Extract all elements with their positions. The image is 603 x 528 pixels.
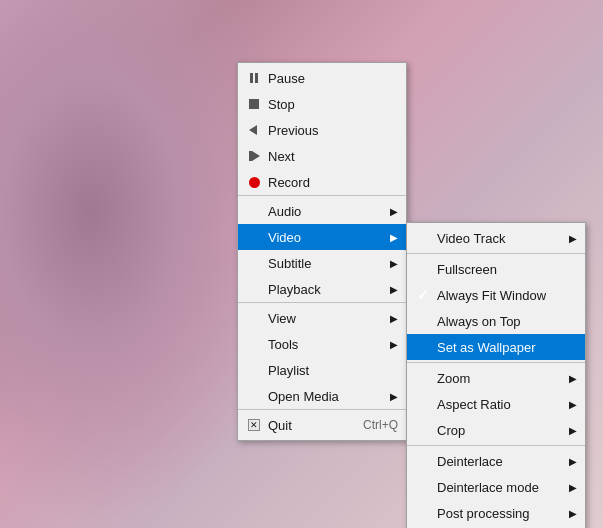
openmedia-arrow: ▶	[390, 391, 398, 402]
view-arrow: ▶	[390, 313, 398, 324]
aspectratio-icon	[413, 394, 433, 414]
aspectratio-arrow: ▶	[569, 399, 577, 410]
submenu-setwallpaper[interactable]: Set as Wallpaper	[407, 334, 585, 360]
video-arrow: ▶	[390, 232, 398, 243]
crop-icon	[413, 420, 433, 440]
record-icon	[244, 172, 264, 192]
pause-label: Pause	[268, 71, 398, 86]
crop-label: Crop	[437, 423, 561, 438]
subtitle-label: Subtitle	[268, 256, 382, 271]
video-icon	[244, 227, 264, 247]
setwallpaper-label: Set as Wallpaper	[437, 340, 577, 355]
submenu-crop[interactable]: Crop ▶	[407, 417, 585, 443]
next-icon	[244, 146, 264, 166]
alwaysontop-label: Always on Top	[437, 314, 577, 329]
view-icon	[244, 308, 264, 328]
menu-item-pause[interactable]: Pause	[238, 65, 406, 91]
deinterlace-label: Deinterlace	[437, 454, 561, 469]
video-submenu: Video Track ▶ Fullscreen ✓ Always Fit Wi…	[406, 222, 586, 528]
zoom-arrow: ▶	[569, 373, 577, 384]
alwaysontop-icon	[413, 311, 433, 331]
submenu-deinterlace[interactable]: Deinterlace ▶	[407, 448, 585, 474]
menu-item-stop[interactable]: Stop	[238, 91, 406, 117]
submenu-alwaysontop[interactable]: Always on Top	[407, 308, 585, 334]
video-label: Video	[268, 230, 382, 245]
videotrack-arrow: ▶	[569, 233, 577, 244]
submenu-postprocessing[interactable]: Post processing ▶	[407, 500, 585, 526]
videotrack-label: Video Track	[437, 231, 561, 246]
menu-item-video[interactable]: Video ▶ Video Track ▶ Fullscreen ✓ Alway…	[238, 224, 406, 250]
postprocessing-arrow: ▶	[569, 508, 577, 519]
deinterlacemode-icon	[413, 477, 433, 497]
postprocessing-icon	[413, 503, 433, 523]
menu-item-subtitle[interactable]: Subtitle ▶	[238, 250, 406, 276]
menu-item-playback[interactable]: Playback ▶	[238, 276, 406, 303]
quit-icon: ✕	[244, 415, 264, 435]
subtitle-icon	[244, 253, 264, 273]
tools-arrow: ▶	[390, 339, 398, 350]
pause-icon	[244, 68, 264, 88]
menu-item-tools[interactable]: Tools ▶	[238, 331, 406, 357]
playback-label: Playback	[268, 282, 382, 297]
menu-item-audio[interactable]: Audio ▶	[238, 198, 406, 224]
submenu-deinterlacemode[interactable]: Deinterlace mode ▶	[407, 474, 585, 500]
menu-item-record[interactable]: Record	[238, 169, 406, 196]
submenu-zoom[interactable]: Zoom ▶	[407, 365, 585, 391]
submenu-alwaysfit[interactable]: ✓ Always Fit Window	[407, 282, 585, 308]
alwaysfit-check-icon: ✓	[413, 285, 433, 305]
fullscreen-label: Fullscreen	[437, 262, 577, 277]
deinterlacemode-arrow: ▶	[569, 482, 577, 493]
audio-label: Audio	[268, 204, 382, 219]
subtitle-arrow: ▶	[390, 258, 398, 269]
deinterlace-icon	[413, 451, 433, 471]
videotrack-icon	[413, 228, 433, 248]
deinterlace-arrow: ▶	[569, 456, 577, 467]
aspectratio-label: Aspect Ratio	[437, 397, 561, 412]
audio-arrow: ▶	[390, 206, 398, 217]
stop-icon	[244, 94, 264, 114]
menu-item-quit[interactable]: ✕ Quit Ctrl+Q	[238, 412, 406, 438]
context-menu: Pause Stop Previous Next Record Audio ▶	[237, 62, 407, 441]
zoom-label: Zoom	[437, 371, 561, 386]
deinterlacemode-label: Deinterlace mode	[437, 480, 561, 495]
menu-item-view[interactable]: View ▶	[238, 305, 406, 331]
menu-item-previous[interactable]: Previous	[238, 117, 406, 143]
submenu-fullscreen[interactable]: Fullscreen	[407, 256, 585, 282]
tools-label: Tools	[268, 337, 382, 352]
fullscreen-icon	[413, 259, 433, 279]
openmedia-icon	[244, 386, 264, 406]
stop-label: Stop	[268, 97, 398, 112]
quit-label: Quit	[268, 418, 343, 433]
playback-icon	[244, 279, 264, 299]
postprocessing-label: Post processing	[437, 506, 561, 521]
zoom-icon	[413, 368, 433, 388]
playback-arrow: ▶	[390, 284, 398, 295]
crop-arrow: ▶	[569, 425, 577, 436]
setwallpaper-icon	[413, 337, 433, 357]
menu-item-playlist[interactable]: Playlist	[238, 357, 406, 383]
next-label: Next	[268, 149, 398, 164]
previous-label: Previous	[268, 123, 398, 138]
submenu-aspectratio[interactable]: Aspect Ratio ▶	[407, 391, 585, 417]
tools-icon	[244, 334, 264, 354]
quit-shortcut: Ctrl+Q	[363, 418, 398, 432]
view-label: View	[268, 311, 382, 326]
playlist-icon	[244, 360, 264, 380]
audio-icon	[244, 201, 264, 221]
previous-icon	[244, 120, 264, 140]
record-label: Record	[268, 175, 398, 190]
alwaysfit-label: Always Fit Window	[437, 288, 577, 303]
playlist-label: Playlist	[268, 363, 398, 378]
menu-item-next[interactable]: Next	[238, 143, 406, 169]
openmedia-label: Open Media	[268, 389, 382, 404]
menu-item-openmedia[interactable]: Open Media ▶	[238, 383, 406, 410]
submenu-videotrack[interactable]: Video Track ▶	[407, 225, 585, 251]
